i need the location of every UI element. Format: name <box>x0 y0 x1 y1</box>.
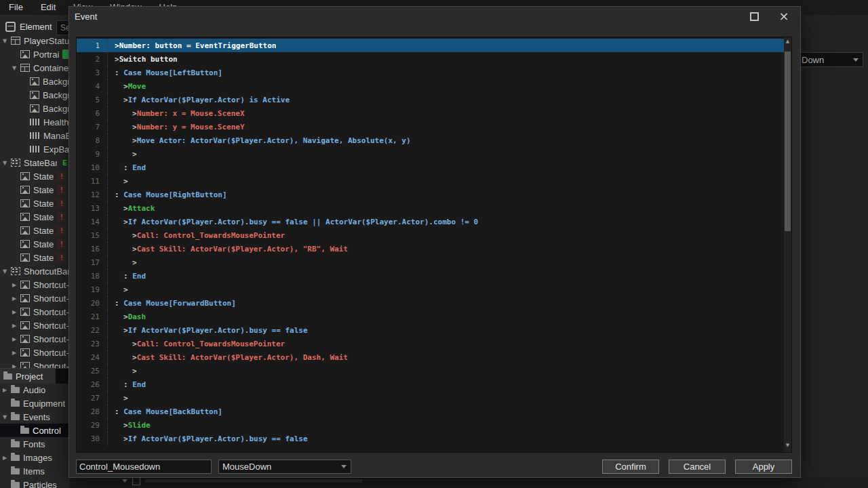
command-line[interactable]: 12: Case Mouse[RightButton] <box>77 188 784 201</box>
command-line[interactable]: 1>Number: button = EventTriggerButton <box>77 39 784 52</box>
command-line[interactable]: 2>Switch button <box>77 52 784 66</box>
project-item-fonts[interactable]: Fonts <box>0 437 69 451</box>
element-item-shortcutbar[interactable]: ▼ShortcutBar <box>0 264 69 278</box>
image-icon <box>20 186 30 194</box>
expander-icon[interactable]: ▶ <box>11 296 20 302</box>
element-item-shortcut-[interactable]: ▶Shortcut- <box>0 319 69 332</box>
element-item-state[interactable]: State! <box>0 224 69 237</box>
command-line[interactable]: 6>Number: x = Mouse.SceneX <box>77 106 784 120</box>
expander-icon[interactable]: ▶ <box>11 323 20 329</box>
command-line[interactable]: 30>If ActorVar($Player.Actor).busy == fa… <box>77 432 784 445</box>
project-item-audio[interactable]: ▶Audio <box>0 383 69 396</box>
element-item-state[interactable]: State! <box>0 251 69 264</box>
command-line[interactable]: 9> <box>77 147 784 161</box>
expander-icon[interactable]: ▶ <box>1 455 11 461</box>
scroll-up-icon[interactable]: ▲ <box>784 39 791 44</box>
element-item-expbar[interactable]: ExpBar <box>0 142 69 156</box>
project-item-items[interactable]: Items <box>0 464 69 478</box>
dialog-maximize-button[interactable] <box>749 12 759 21</box>
command-line[interactable]: 26: End <box>77 378 784 391</box>
confirm-button[interactable]: Confirm <box>602 460 659 474</box>
command-line[interactable]: 19> <box>77 283 784 296</box>
command-line[interactable]: 3: Case Mouse[LeftButton] <box>77 66 784 79</box>
expander-icon[interactable]: ▼ <box>1 268 11 274</box>
expander-icon[interactable]: ▶ <box>1 387 11 393</box>
expander-icon[interactable]: ▶ <box>11 282 20 288</box>
expander-icon[interactable]: ▼ <box>1 38 11 44</box>
expander-icon[interactable]: ▶ <box>11 309 20 315</box>
element-item-state[interactable]: State! <box>0 169 69 183</box>
expander-icon[interactable]: ▶ <box>11 336 20 342</box>
element-item-background[interactable]: Background <box>0 75 69 88</box>
element-item-healthbar[interactable]: HealthBar <box>0 115 69 129</box>
trigger-dropdown[interactable]: MouseDown <box>218 460 351 474</box>
command-line[interactable]: 27> <box>77 391 784 405</box>
apply-button[interactable]: Apply <box>735 460 792 474</box>
expander-icon[interactable]: ▶ <box>11 350 20 356</box>
command-line[interactable]: 10: End <box>77 161 784 174</box>
command-line[interactable]: 7>Number: y = Mouse.SceneY <box>77 120 784 134</box>
image-icon <box>20 308 30 316</box>
scrollbar-thumb[interactable] <box>785 52 791 231</box>
element-item-shortcut-[interactable]: ▶Shortcut- <box>0 332 69 346</box>
tab-project[interactable]: Project <box>0 368 69 384</box>
project-item-particles[interactable]: Particles <box>0 478 69 488</box>
expander-icon[interactable]: ▼ <box>1 414 11 420</box>
element-item-shortcut-[interactable]: ▶Shortcut- <box>0 291 69 305</box>
command-line[interactable]: 14>If ActorVar($Player.Actor).busy == fa… <box>77 215 784 228</box>
element-item-playerstatus[interactable]: ▼PlayerStatus <box>0 34 69 47</box>
command-line[interactable]: 16>Cast Skill: ActorVar($Player.Actor), … <box>77 242 784 256</box>
element-item-manabar[interactable]: ManaBar <box>0 129 69 142</box>
element-item-container[interactable]: ▼Container <box>0 61 69 75</box>
command-line[interactable]: 21>Dash <box>77 310 784 323</box>
command-line[interactable]: 25> <box>77 364 784 378</box>
command-line[interactable]: 24>Cast Skill: ActorVar($Player.Actor), … <box>77 350 784 364</box>
command-line[interactable]: 22>If ActorVar($Player.Actor).busy == fa… <box>77 323 784 337</box>
command-line[interactable]: 8>Move Actor: ActorVar($Player.Actor), N… <box>77 134 784 147</box>
project-item-control[interactable]: Control <box>0 424 69 437</box>
element-item-statebar[interactable]: ▼StateBarE <box>0 156 69 169</box>
command-text: >Slide <box>107 418 151 432</box>
project-item-images[interactable]: ▶Images <box>0 451 69 464</box>
direction-dropdown[interactable]: Down <box>800 52 863 67</box>
checkbox[interactable] <box>132 477 140 485</box>
element-item-shortcut-[interactable]: ▶Shortcut- <box>0 305 69 319</box>
cancel-button[interactable]: Cancel <box>669 460 726 474</box>
line-number: 28 <box>77 407 100 416</box>
command-line[interactable]: 17> <box>77 256 784 269</box>
element-item-background[interactable]: Background <box>0 88 69 102</box>
command-line[interactable]: 4>Move <box>77 79 784 93</box>
command-line[interactable]: 20: Case Mouse[ForwardButton] <box>77 296 784 310</box>
element-item-shortcut-[interactable]: ▶Shortcut- <box>0 346 69 359</box>
project-item-events[interactable]: ▼Events <box>0 410 69 424</box>
command-line[interactable]: 29>Slide <box>77 418 784 432</box>
scroll-down-icon[interactable]: ▼ <box>784 443 791 448</box>
command-line[interactable]: 15>Call: Control_TowardsMousePointer <box>77 228 784 242</box>
command-line[interactable]: 11> <box>77 174 784 188</box>
menu-edit[interactable]: Edit <box>32 0 64 15</box>
element-item-state[interactable]: State! <box>0 197 69 210</box>
expander-icon[interactable]: ▼ <box>11 65 20 71</box>
element-item-state[interactable]: State! <box>0 210 69 224</box>
command-text: >Call: Control_TowardsMousePointer <box>107 228 285 242</box>
command-line[interactable]: 18: End <box>77 269 784 283</box>
search-input[interactable]: Search <box>56 20 69 35</box>
dialog-close-button[interactable]: × <box>779 12 789 21</box>
expander-icon[interactable]: ▼ <box>1 160 11 166</box>
command-line[interactable]: 5>If ActorVar($Player.Actor) is Active <box>77 93 784 106</box>
project-item-equipment[interactable]: Equipment <box>0 396 69 410</box>
command-prefix: > <box>123 285 128 294</box>
menu-file[interactable]: File <box>0 0 32 15</box>
scrollbar[interactable]: ▲ ▼ <box>784 37 791 452</box>
command-line[interactable]: 13>Attack <box>77 201 784 215</box>
chevron-down-icon[interactable] <box>122 479 127 483</box>
element-item-background[interactable]: Background <box>0 102 69 115</box>
command-line[interactable]: 23>Call: Control_TowardsMousePointer <box>77 337 784 350</box>
event-name-input[interactable] <box>76 460 212 474</box>
alert-badge: ! <box>57 239 66 249</box>
element-item-state[interactable]: State! <box>0 183 69 197</box>
element-item-shortcut-[interactable]: ▶Shortcut- <box>0 278 69 291</box>
element-item-portrait[interactable]: Portrait <box>0 47 69 61</box>
command-line[interactable]: 28: Case Mouse[BackButton] <box>77 405 784 418</box>
element-item-state[interactable]: State! <box>0 237 69 251</box>
